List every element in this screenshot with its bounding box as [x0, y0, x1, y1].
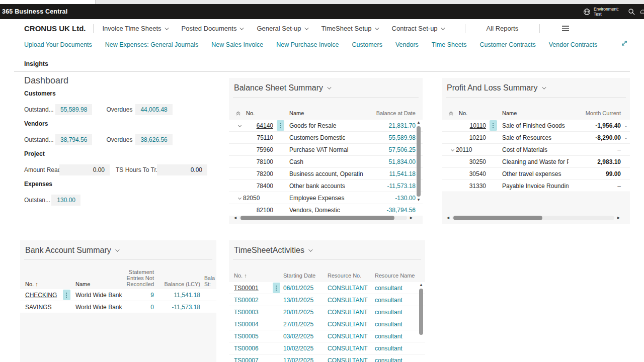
table-row[interactable]: TS00005 03/02/2025 CONSULTANT consultant [229, 330, 425, 342]
column-header-name[interactable]: Name [287, 110, 363, 116]
table-row[interactable]: 10110 Sale of Finished Goods -1,956.40 - [442, 120, 630, 132]
scroll-right-icon[interactable]: ► [409, 215, 414, 220]
vertical-scrollbar[interactable]: ▲ [418, 283, 425, 362]
column-header-month-current[interactable]: Month Current [569, 110, 621, 116]
account-no-link[interactable]: 10110 [456, 122, 486, 129]
table-row[interactable]: 78100 Cash 51,834.00 [229, 156, 423, 168]
menu-all-reports[interactable]: All Reports [487, 25, 519, 32]
table-row[interactable]: 75960 Purchase VAT Normal 57,506.25 [229, 144, 423, 156]
table-row[interactable]: 75110 Customers Domestic 55,589.98 [229, 132, 423, 144]
collapse-all-icon[interactable] [442, 111, 456, 116]
app-title[interactable]: 365 Business Central [2, 8, 67, 15]
column-header-balance-at-statement[interactable]: Bala St: [200, 275, 216, 287]
action-customer-contracts[interactable]: Customer Contracts [480, 41, 536, 48]
action-new-expenses-general-journals[interactable]: New Expenses: General Journals [105, 41, 199, 48]
search-icon[interactable] [624, 4, 639, 19]
cue-value[interactable]: 38,794.56 [55, 134, 92, 145]
cue-value[interactable]: 130.00 [51, 195, 80, 206]
column-header-balance-at-date[interactable]: Balance at Date [363, 110, 416, 116]
action-upload-your-documents[interactable]: Upload Your Documents [24, 41, 92, 48]
collapse-all-icon[interactable] [229, 111, 243, 116]
column-header-statement-entries[interactable]: Statement Entries Not Reconciled [123, 269, 154, 287]
table-row[interactable]: SAVINGS World Wide Bank 0 -11,573.18 [20, 301, 216, 313]
action-vendors[interactable]: Vendors [395, 41, 419, 48]
table-row[interactable]: TS00007 17/02/2025 CONSULTANT consultant [229, 354, 425, 362]
action-new-purchase-invoice[interactable]: New Purchase Invoice [276, 41, 339, 48]
table-row[interactable]: TS00002 13/01/2025 CONSULTANT consultant [229, 294, 425, 306]
timesheet-link[interactable]: TS00001 [229, 285, 269, 292]
bank-account-summary-title[interactable]: Bank Account Summary [20, 240, 216, 259]
scrollbar-thumb[interactable] [240, 216, 395, 220]
horizontal-scrollbar[interactable]: ◄ ► [233, 214, 414, 221]
column-header-no[interactable]: No. ↑ [229, 273, 269, 279]
table-row[interactable]: CHECKING World Wide Bank 9 11,541.18 [20, 289, 216, 301]
action-new-sales-invoice[interactable]: New Sales Invoice [211, 41, 263, 48]
column-header-no[interactable]: No. [243, 110, 273, 116]
menu-invoice-time-sheets[interactable]: Invoice Time Sheets [103, 25, 168, 32]
scrollbar-thumb[interactable] [453, 216, 542, 220]
table-row[interactable]: 31330 Payable Invoice Rounding – [442, 180, 630, 192]
menu-contract-set-up[interactable]: Contract Set-up [392, 25, 444, 32]
column-header-starting-date[interactable]: Starting Date [283, 273, 328, 279]
column-header-no[interactable]: No. ↑ [20, 281, 59, 287]
scroll-up-icon[interactable]: ▲ [417, 120, 421, 125]
scrollbar-thumb[interactable] [419, 289, 423, 335]
table-row[interactable]: TS00003 20/01/2025 CONSULTANT consultant [229, 306, 425, 318]
table-row[interactable]: 10210 Sale of Resources -8,290.00 - [442, 132, 630, 144]
column-header-resource-name[interactable]: Resource Name [375, 273, 418, 279]
action-vendor-contracts[interactable]: Vendor Contracts [549, 41, 598, 48]
table-row[interactable]: TS00006 10/02/2025 CONSULTANT consultant [229, 342, 425, 354]
scroll-left-icon[interactable]: ◄ [233, 215, 237, 220]
timesheet-activities-title[interactable]: TimeSheetActivities [229, 240, 425, 259]
row-menu-icon[interactable] [63, 290, 70, 300]
table-row[interactable]: TS00001 06/01/2025 CONSULTANT consultant [229, 282, 425, 294]
column-header-no[interactable]: No. [456, 110, 486, 116]
table-row[interactable]: 30540 Other travel expenses 99.00 [442, 168, 630, 180]
chevron-down-icon[interactable] [238, 196, 242, 200]
cue-value[interactable]: 55,589.98 [55, 104, 92, 115]
scroll-down-icon[interactable]: ▼ [417, 198, 421, 203]
row-menu-icon[interactable] [490, 120, 497, 131]
expand-icon[interactable] [621, 40, 628, 47]
cue-value[interactable]: 44,005.48 [135, 104, 172, 115]
balance-sheet-summary-title[interactable]: Balance Sheet Summary [229, 78, 423, 97]
company-name[interactable]: CRONUS UK Ltd. [24, 24, 86, 33]
environment-badge[interactable]: Environment: Test [578, 4, 624, 19]
row-menu-icon[interactable] [273, 283, 280, 293]
table-row[interactable]: 64140 Goods for Resale 21,831.70 [229, 120, 423, 132]
row-menu-icon[interactable] [277, 120, 284, 131]
cue-value[interactable]: 38,626.56 [135, 134, 172, 145]
action-customers[interactable]: Customers [352, 41, 382, 48]
column-header-resource-no[interactable]: Resource No. [328, 273, 375, 279]
chevron-down-icon[interactable] [451, 148, 454, 151]
bank-account-link[interactable]: CHECKING [20, 292, 59, 299]
table-row[interactable]: TS00004 27/01/2025 CONSULTANT consultant [229, 318, 425, 330]
table-row[interactable]: 78400 Other bank accounts -11,573.18 [229, 180, 423, 192]
dashboard-title[interactable]: Dashboard [24, 75, 218, 86]
column-header-balance-lcy[interactable]: Balance (LCY) [154, 281, 200, 287]
navigation-bar: CRONUS UK Ltd. Invoice Time Sheets Poste… [0, 19, 644, 38]
menu-timesheet-setup[interactable]: TimeSheet Setup [321, 25, 378, 32]
table-row[interactable]: 82050 Employee Expenses -130.00 [229, 192, 423, 204]
profit-and-loss-summary-title[interactable]: Profit And Loss Summary [442, 78, 630, 97]
scroll-up-icon[interactable]: ▲ [419, 283, 423, 288]
scroll-right-icon[interactable]: ► [616, 215, 621, 220]
scroll-left-icon[interactable]: ◄ [446, 215, 450, 220]
column-header-name[interactable]: Name [73, 281, 123, 287]
action-time-sheets[interactable]: Time Sheets [432, 41, 467, 48]
scrollbar-thumb[interactable] [417, 126, 421, 197]
horizontal-scrollbar[interactable]: ◄ ► [446, 214, 621, 221]
vertical-scrollbar[interactable]: ▲ ▼ [415, 120, 422, 215]
account-no-link[interactable]: 64140 [243, 122, 273, 129]
menu-icon[interactable] [562, 26, 569, 31]
table-row[interactable]: 20110 Cost of Materials – [442, 144, 630, 156]
menu-posted-documents[interactable]: Posted Documents [182, 25, 243, 32]
bell-icon[interactable] [639, 4, 644, 19]
chevron-down-icon [375, 26, 379, 30]
profit-and-loss-summary-card: Profit And Loss Summary No. Name Month C… [442, 78, 630, 224]
table-row[interactable]: 78200 Business account, Operating, D... … [229, 168, 423, 180]
column-header-name[interactable]: Name [500, 110, 569, 116]
menu-general-set-up[interactable]: General Set-up [257, 25, 307, 32]
chevron-down-icon[interactable] [238, 124, 242, 127]
table-row[interactable]: 30250 Cleaning and Waste for Property 2,… [442, 156, 630, 168]
